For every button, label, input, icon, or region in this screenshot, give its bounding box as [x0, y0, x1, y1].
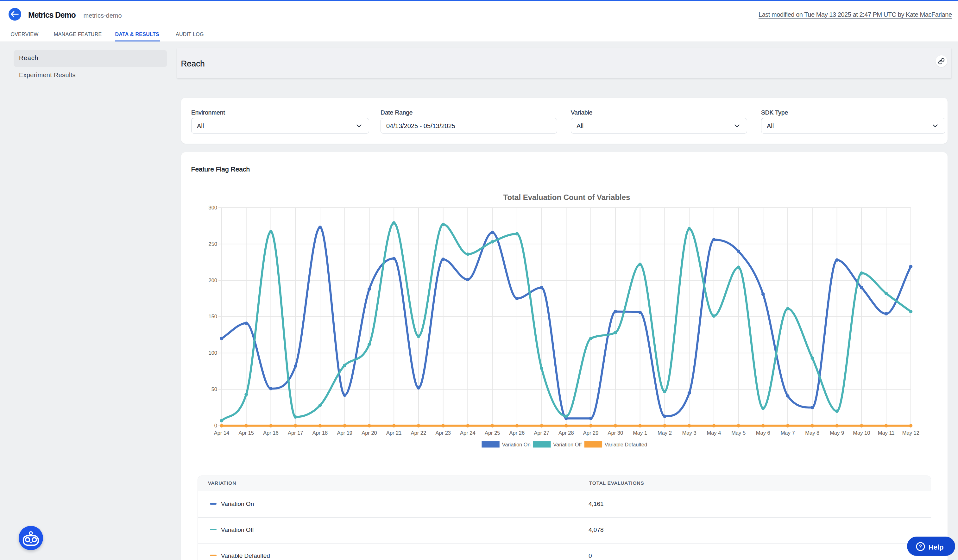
svg-text:May 2: May 2	[658, 430, 672, 436]
svg-text:300: 300	[208, 205, 217, 210]
svg-text:Apr 22: Apr 22	[411, 430, 427, 436]
svg-text:50: 50	[211, 386, 217, 392]
svg-text:Apr 17: Apr 17	[288, 430, 303, 436]
svg-text:Apr 24: Apr 24	[460, 430, 476, 436]
svg-text:Apr 15: Apr 15	[238, 430, 254, 436]
svg-text:Apr 16: Apr 16	[263, 430, 279, 436]
svg-text:May 8: May 8	[805, 430, 819, 436]
svg-text:May 5: May 5	[731, 430, 745, 436]
svg-text:Total Evaluation Count of Vari: Total Evaluation Count of Variables	[503, 193, 630, 201]
svg-text:Apr 27: Apr 27	[534, 430, 549, 436]
svg-text:Apr 23: Apr 23	[435, 430, 451, 436]
svg-text:Variation On: Variation On	[502, 442, 531, 448]
svg-text:Apr 28: Apr 28	[558, 430, 574, 436]
svg-text:150: 150	[208, 313, 217, 319]
svg-text:Apr 21: Apr 21	[386, 430, 402, 436]
svg-text:Variable Defaulted: Variable Defaulted	[605, 442, 647, 448]
svg-text:250: 250	[208, 241, 217, 247]
svg-text:Apr 29: Apr 29	[583, 430, 599, 436]
svg-text:May 1: May 1	[633, 430, 647, 436]
svg-text:200: 200	[208, 277, 217, 283]
svg-text:May 12: May 12	[902, 430, 919, 436]
svg-text:Apr 14: Apr 14	[214, 430, 230, 436]
svg-text:0: 0	[214, 423, 217, 429]
svg-text:May 4: May 4	[707, 430, 721, 436]
svg-text:Variation Off: Variation Off	[553, 442, 582, 448]
svg-text:May 11: May 11	[878, 430, 895, 436]
svg-text:May 9: May 9	[830, 430, 844, 436]
svg-text:May 10: May 10	[853, 430, 870, 436]
svg-text:Apr 30: Apr 30	[608, 430, 623, 436]
svg-text:100: 100	[208, 350, 217, 356]
svg-text:Apr 26: Apr 26	[509, 430, 525, 436]
svg-text:Apr 20: Apr 20	[362, 430, 377, 436]
svg-text:Apr 19: Apr 19	[337, 430, 352, 436]
svg-text:Apr 25: Apr 25	[485, 430, 500, 436]
svg-text:May 3: May 3	[682, 430, 696, 436]
svg-text:May 6: May 6	[756, 430, 770, 436]
svg-text:?: ?	[919, 544, 922, 549]
svg-text:May 7: May 7	[781, 430, 795, 436]
svg-text:Apr 18: Apr 18	[312, 430, 328, 436]
